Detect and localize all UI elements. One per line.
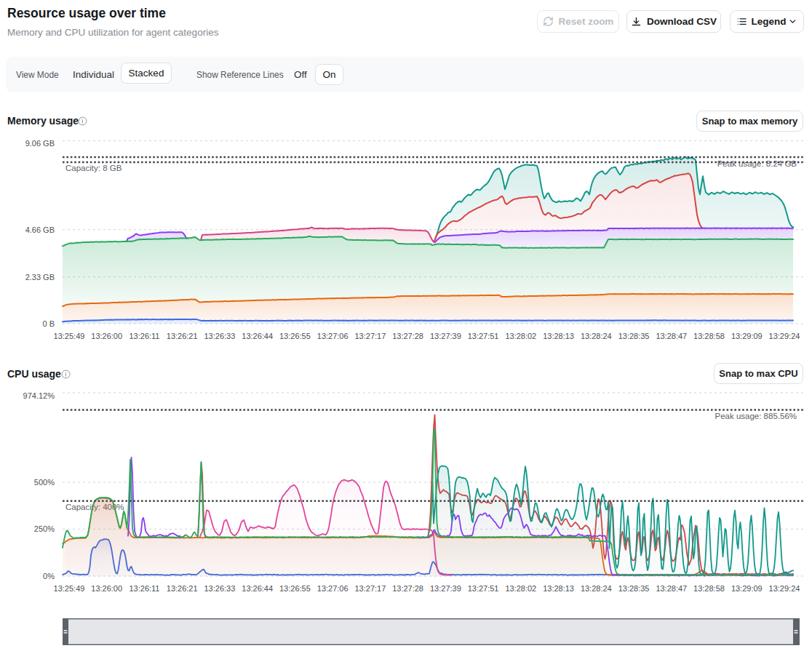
svg-text:13:27:06: 13:27:06 xyxy=(317,584,349,593)
svg-text:Capacity: 8 GB: Capacity: 8 GB xyxy=(65,164,122,172)
svg-text:13:26:44: 13:26:44 xyxy=(242,332,273,340)
svg-text:13:26:21: 13:26:21 xyxy=(167,332,198,340)
svg-text:13:27:28: 13:27:28 xyxy=(392,332,423,340)
svg-text:13:29:09: 13:29:09 xyxy=(731,584,763,593)
svg-text:9.06 GB: 9.06 GB xyxy=(25,139,55,148)
svg-text:13:28:47: 13:28:47 xyxy=(656,332,687,340)
svg-text:13:28:02: 13:28:02 xyxy=(505,332,536,340)
svg-text:13:28:58: 13:28:58 xyxy=(693,332,725,340)
svg-text:13:28:02: 13:28:02 xyxy=(505,584,536,593)
svg-text:13:25:49: 13:25:49 xyxy=(54,332,85,340)
svg-text:13:26:33: 13:26:33 xyxy=(204,332,235,340)
svg-text:13:29:24: 13:29:24 xyxy=(769,332,800,340)
svg-text:13:28:24: 13:28:24 xyxy=(581,332,612,340)
svg-text:2.33 GB: 2.33 GB xyxy=(25,273,55,281)
svg-text:13:26:11: 13:26:11 xyxy=(129,584,159,593)
svg-text:13:27:51: 13:27:51 xyxy=(468,584,499,593)
svg-text:Peak usage: 885.56%: Peak usage: 885.56% xyxy=(715,412,797,420)
svg-text:13:26:11: 13:26:11 xyxy=(129,332,159,340)
svg-text:13:27:39: 13:27:39 xyxy=(430,584,461,593)
svg-text:0%: 0% xyxy=(43,572,55,580)
svg-text:13:27:28: 13:27:28 xyxy=(392,584,423,593)
svg-text:0 B: 0 B xyxy=(42,319,55,328)
svg-text:13:27:39: 13:27:39 xyxy=(430,332,461,340)
svg-text:13:26:55: 13:26:55 xyxy=(279,584,311,593)
svg-text:13:28:35: 13:28:35 xyxy=(618,332,650,340)
svg-text:13:27:17: 13:27:17 xyxy=(354,584,386,593)
svg-text:13:28:47: 13:28:47 xyxy=(656,584,687,593)
svg-text:13:28:13: 13:28:13 xyxy=(543,332,574,340)
svg-text:13:27:06: 13:27:06 xyxy=(317,332,349,340)
svg-text:13:29:24: 13:29:24 xyxy=(769,584,800,593)
svg-text:13:25:49: 13:25:49 xyxy=(54,584,85,593)
svg-text:13:26:55: 13:26:55 xyxy=(279,332,311,340)
svg-text:13:28:13: 13:28:13 xyxy=(543,584,574,593)
svg-text:13:26:00: 13:26:00 xyxy=(91,332,122,340)
svg-text:13:26:33: 13:26:33 xyxy=(204,584,235,593)
svg-text:13:26:21: 13:26:21 xyxy=(167,584,198,593)
svg-text:974.12%: 974.12% xyxy=(23,391,55,400)
svg-text:13:28:24: 13:28:24 xyxy=(581,584,612,593)
svg-text:13:26:44: 13:26:44 xyxy=(242,584,273,593)
svg-text:13:26:00: 13:26:00 xyxy=(91,584,122,593)
svg-text:13:27:51: 13:27:51 xyxy=(468,332,499,340)
svg-text:13:29:09: 13:29:09 xyxy=(731,332,763,340)
svg-text:500%: 500% xyxy=(34,478,55,487)
svg-text:13:28:58: 13:28:58 xyxy=(693,584,725,593)
svg-text:13:27:17: 13:27:17 xyxy=(354,332,386,340)
svg-text:13:28:35: 13:28:35 xyxy=(618,584,650,593)
svg-text:Peak usage: 8.24 GB: Peak usage: 8.24 GB xyxy=(717,159,797,168)
svg-text:250%: 250% xyxy=(34,524,55,533)
svg-text:4.66 GB: 4.66 GB xyxy=(25,225,55,234)
